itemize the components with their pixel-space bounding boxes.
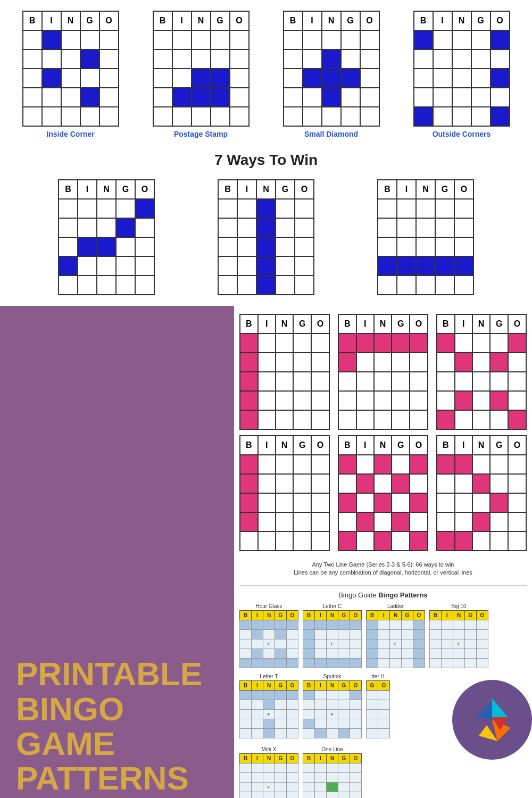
top-section: BINGO Inside Corner BINGO bbox=[0, 0, 532, 306]
letter-h-label: tter H bbox=[371, 674, 384, 679]
pink-x-corners-pattern: BINGO bbox=[436, 314, 527, 430]
four-patterns-row: BINGO Inside Corner BINGO bbox=[5, 11, 527, 138]
ways-to-win-title: 7 Ways To Win bbox=[5, 144, 527, 174]
guide-title: Bingo Guide Bingo Patterns bbox=[239, 591, 527, 599]
inside-corner-pattern: BINGO Inside Corner bbox=[22, 11, 119, 138]
guide-letter-h: tter H GO bbox=[366, 674, 390, 738]
logo-circle bbox=[452, 680, 532, 760]
guide-row-1: Hour Glass BINGO F Letter C bbox=[239, 603, 527, 668]
svg-marker-0 bbox=[492, 699, 508, 717]
outside-corners-pattern: BINGO Outside Corners bbox=[413, 11, 510, 138]
diagonal-pattern: BINGO bbox=[58, 179, 155, 295]
postage-stamp-label: Postage Stamp bbox=[174, 130, 228, 138]
pink-left-col-pattern: BINGO bbox=[239, 314, 330, 430]
one-line-label: One Line bbox=[321, 746, 343, 752]
guide-sputnik: Sputnik BINGO F bbox=[303, 674, 362, 738]
guide-row-2: Letter T BINGO F Sputnik bbox=[239, 674, 527, 738]
pink-l-shape-pattern: BINGO bbox=[338, 314, 428, 430]
guide-big-10: Big 10 BINGO F bbox=[429, 603, 488, 668]
three-patterns-row: BINGO BINGO bbox=[5, 174, 527, 301]
left-panel: PRINTABLEBINGOGAMEPATTERNS bbox=[0, 306, 234, 798]
outside-corners-label: Outside Corners bbox=[433, 130, 491, 138]
letter-t-label: Letter T bbox=[260, 674, 278, 679]
guide-hour-glass: Hour Glass BINGO F bbox=[239, 603, 298, 668]
svg-marker-1 bbox=[476, 701, 492, 720]
pink-checker-pattern: BINGO bbox=[338, 435, 428, 551]
sputnik-label: Sputnik bbox=[323, 674, 341, 679]
guide-mini-x: Mini X BINGO F bbox=[239, 746, 298, 798]
postage-stamp-pattern: BINGO Postage Stamp bbox=[153, 11, 250, 138]
small-diamond-label: Small Diamond bbox=[304, 130, 358, 138]
guide-letter-c: Letter C BINGO F bbox=[303, 603, 362, 668]
guide-one-line: One Line BINGO bbox=[303, 746, 362, 798]
pink-row-2: BINGO BINGO bbox=[239, 435, 527, 551]
pink-partial-left-pattern: BINGO bbox=[239, 435, 330, 551]
printable-bingo-title: PRINTABLEBINGOGAMEPATTERNS bbox=[16, 656, 218, 795]
pink-grids-section: BINGO BINGO bbox=[239, 314, 527, 577]
horizontal-line-pattern: BINGO bbox=[377, 179, 474, 295]
right-panel: BINGO BINGO bbox=[234, 306, 532, 798]
middle-section: PRINTABLEBINGOGAMEPATTERNS BINGO bbox=[0, 306, 532, 798]
logo-icon bbox=[468, 696, 516, 744]
any-two-line-text: Any Two Line Game (Series 2-3 & 5-6): 66… bbox=[239, 561, 527, 577]
letter-c-label: Letter C bbox=[323, 603, 342, 609]
pink-arrow-pattern: BINGO bbox=[436, 435, 527, 551]
guide-letter-t: Letter T BINGO F bbox=[239, 674, 298, 738]
ladder-label: Ladder bbox=[387, 603, 404, 609]
guide-ladder: Ladder BINGO F bbox=[366, 603, 425, 668]
big-10-label: Big 10 bbox=[451, 603, 466, 609]
inside-corner-label: Inside Corner bbox=[46, 130, 94, 138]
mini-x-label: Mini X bbox=[262, 746, 277, 752]
pink-row-1: BINGO BINGO bbox=[239, 314, 527, 430]
hour-glass-label: Hour Glass bbox=[255, 603, 282, 609]
vertical-line-pattern: BINGO bbox=[218, 179, 314, 295]
bingo-guide: Bingo Guide Bingo Patterns Hour Glass BI… bbox=[239, 585, 527, 798]
small-diamond-pattern: BINGO Small Diamond bbox=[283, 11, 380, 138]
